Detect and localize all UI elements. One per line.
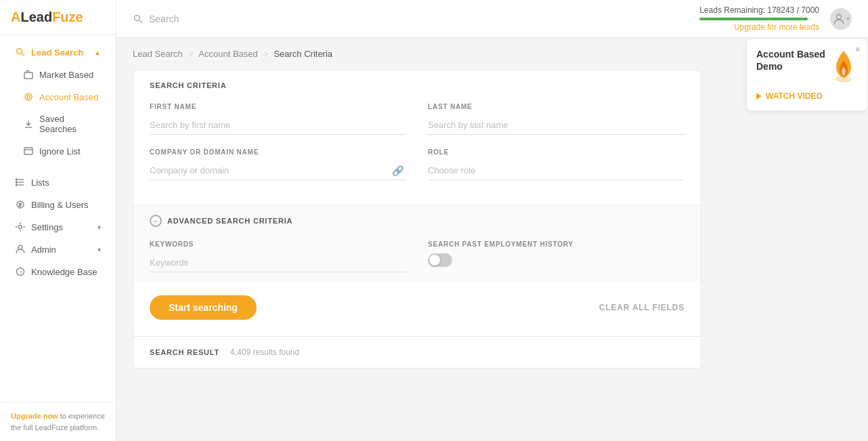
content-area: Lead Search > Account Based > Search Cri… bbox=[116, 38, 868, 441]
sidebar-item-admin-label: Admin bbox=[31, 245, 56, 255]
svg-point-18 bbox=[135, 15, 140, 20]
play-icon bbox=[756, 93, 762, 100]
breadcrumb-current: Search Criteria bbox=[274, 49, 332, 59]
sidebar-item-admin[interactable]: Admin ▾ bbox=[4, 238, 112, 260]
svg-rect-5 bbox=[24, 148, 32, 154]
demo-close-button[interactable]: × bbox=[855, 44, 861, 55]
sidebar-item-account-based-label: Account Based bbox=[39, 92, 98, 102]
advanced-title-label: ADVANCED SEARCH CRITERIA bbox=[167, 217, 292, 225]
logo-fuze: Fuze bbox=[52, 9, 83, 24]
svg-point-3 bbox=[25, 93, 32, 100]
keywords-group: KEYWORDS bbox=[150, 240, 406, 272]
header-search-icon bbox=[133, 14, 144, 24]
avatar-chevron-icon: ▾ bbox=[846, 15, 850, 22]
logo-prefix: A bbox=[11, 9, 20, 24]
breadcrumb-sep-2: > bbox=[263, 49, 269, 59]
demo-panel: × Account Based Demo WATCH VIDEO bbox=[746, 38, 868, 111]
billing-icon bbox=[15, 199, 26, 210]
header-search-label: Search bbox=[149, 14, 179, 24]
chevron-down-admin-icon: ▾ bbox=[97, 246, 101, 253]
sidebar-footer: Upgrade now to experience the full LeadF… bbox=[0, 402, 116, 441]
sidebar-item-knowledge-base-label: Knowledge Base bbox=[31, 267, 97, 277]
briefcase-icon bbox=[23, 69, 34, 80]
last-name-input[interactable] bbox=[428, 116, 685, 135]
company-input[interactable] bbox=[150, 161, 406, 180]
sidebar-item-lead-search-label: Lead Search bbox=[31, 47, 83, 58]
sidebar-item-lists[interactable]: Lists bbox=[4, 171, 112, 193]
download-icon bbox=[23, 119, 34, 129]
advanced-collapse-icon: – bbox=[150, 215, 162, 227]
sidebar: ALeadFuze Lead Search ▲ Market Based Acc… bbox=[0, 0, 116, 441]
svg-rect-2 bbox=[24, 72, 32, 79]
role-input[interactable] bbox=[428, 161, 685, 180]
svg-point-10 bbox=[16, 179, 18, 180]
svg-line-1 bbox=[22, 54, 24, 56]
past-employment-label: SEARCH PAST EMPLOYMENT HISTORY bbox=[428, 240, 685, 248]
logo: ALeadFuze bbox=[0, 0, 116, 35]
result-title: SEARCH RESULT bbox=[150, 348, 219, 356]
role-label: ROLE bbox=[428, 148, 685, 156]
breadcrumb-sep-1: > bbox=[188, 49, 194, 59]
past-employment-toggle[interactable] bbox=[428, 253, 452, 267]
toggle-wrap bbox=[428, 253, 685, 267]
section-title-search: SEARCH CRITERIA bbox=[150, 81, 685, 89]
search-card: SEARCH CRITERIA FIRST NAME LAST NAME COM… bbox=[133, 70, 701, 369]
first-name-group: FIRST NAME bbox=[150, 103, 406, 135]
settings-icon bbox=[15, 222, 26, 232]
avatar[interactable]: ▾ bbox=[830, 8, 852, 30]
company-input-wrap: 🔗 bbox=[150, 161, 406, 180]
leads-info: Leads Remaining: 178243 / 7000 Upgrade f… bbox=[699, 5, 819, 33]
upgrade-link[interactable]: Upgrade now bbox=[11, 412, 58, 420]
sidebar-nav: Lead Search ▲ Market Based Account Based… bbox=[0, 35, 116, 402]
company-domain-group: COMPANY OR DOMAIN NAME 🔗 bbox=[150, 148, 406, 180]
sidebar-item-market-based-label: Market Based bbox=[39, 70, 93, 80]
svg-text:?: ? bbox=[20, 270, 23, 276]
main-area: Search Leads Remaining: 178243 / 7000 Up… bbox=[116, 0, 868, 441]
advanced-title[interactable]: – ADVANCED SEARCH CRITERIA bbox=[150, 215, 685, 227]
admin-icon bbox=[15, 244, 26, 255]
last-name-label: LAST NAME bbox=[428, 103, 685, 110]
keywords-input[interactable] bbox=[150, 253, 406, 272]
first-name-input[interactable] bbox=[150, 116, 406, 135]
last-name-group: LAST NAME bbox=[428, 103, 685, 135]
flame-icon bbox=[829, 48, 858, 83]
demo-watch-button[interactable]: WATCH VIDEO bbox=[756, 91, 858, 101]
search-criteria-section: SEARCH CRITERIA FIRST NAME LAST NAME COM… bbox=[133, 70, 701, 205]
keyword-row: KEYWORDS SEARCH PAST EMPLOYMENT HISTORY bbox=[150, 240, 685, 272]
svg-line-19 bbox=[139, 20, 142, 23]
link-icon: 🔗 bbox=[392, 165, 404, 176]
sidebar-item-settings[interactable]: Settings ▾ bbox=[4, 216, 112, 238]
actions-row: Start searching CLEAR ALL FIELDS bbox=[133, 282, 701, 336]
role-group: ROLE bbox=[428, 148, 685, 180]
leads-remaining-text: Leads Remaining: 178243 / 7000 bbox=[699, 5, 819, 15]
sidebar-item-knowledge-base[interactable]: ? Knowledge Base bbox=[4, 261, 112, 282]
name-fields-row: FIRST NAME LAST NAME bbox=[150, 103, 685, 135]
upgrade-leads-link[interactable]: Upgrade for more leads bbox=[734, 22, 819, 32]
result-count: 4,409 results found bbox=[230, 348, 299, 357]
search-bar[interactable]: Search bbox=[133, 14, 179, 24]
sidebar-item-settings-label: Settings bbox=[31, 222, 63, 232]
target-icon bbox=[23, 91, 34, 102]
sidebar-item-account-based[interactable]: Account Based bbox=[4, 86, 112, 108]
ignore-icon bbox=[23, 146, 34, 156]
svg-point-12 bbox=[16, 184, 18, 186]
clear-fields-button[interactable]: CLEAR ALL FIELDS bbox=[599, 303, 685, 312]
advanced-section: – ADVANCED SEARCH CRITERIA KEYWORDS SEAR… bbox=[133, 205, 701, 282]
breadcrumb-account-based[interactable]: Account Based bbox=[198, 49, 257, 59]
breadcrumb-lead-search[interactable]: Lead Search bbox=[133, 49, 183, 59]
watch-video-label: WATCH VIDEO bbox=[766, 91, 823, 101]
sidebar-item-saved-searches[interactable]: Saved Searches bbox=[4, 108, 112, 140]
svg-point-15 bbox=[18, 245, 22, 249]
svg-point-14 bbox=[19, 226, 22, 229]
sidebar-item-market-based[interactable]: Market Based bbox=[4, 64, 112, 85]
sidebar-item-ignore-list[interactable]: Ignore List bbox=[4, 140, 112, 162]
logo-lead: Lead bbox=[20, 9, 52, 24]
company-label: COMPANY OR DOMAIN NAME bbox=[150, 148, 406, 156]
sidebar-item-billing-label: Billing & Users bbox=[31, 200, 89, 210]
start-searching-button[interactable]: Start searching bbox=[150, 295, 257, 320]
sidebar-item-lead-search[interactable]: Lead Search ▲ bbox=[4, 41, 112, 63]
svg-point-11 bbox=[16, 182, 18, 183]
svg-point-20 bbox=[836, 14, 841, 19]
knowledge-icon: ? bbox=[15, 266, 26, 277]
sidebar-item-billing[interactable]: Billing & Users bbox=[4, 194, 112, 215]
